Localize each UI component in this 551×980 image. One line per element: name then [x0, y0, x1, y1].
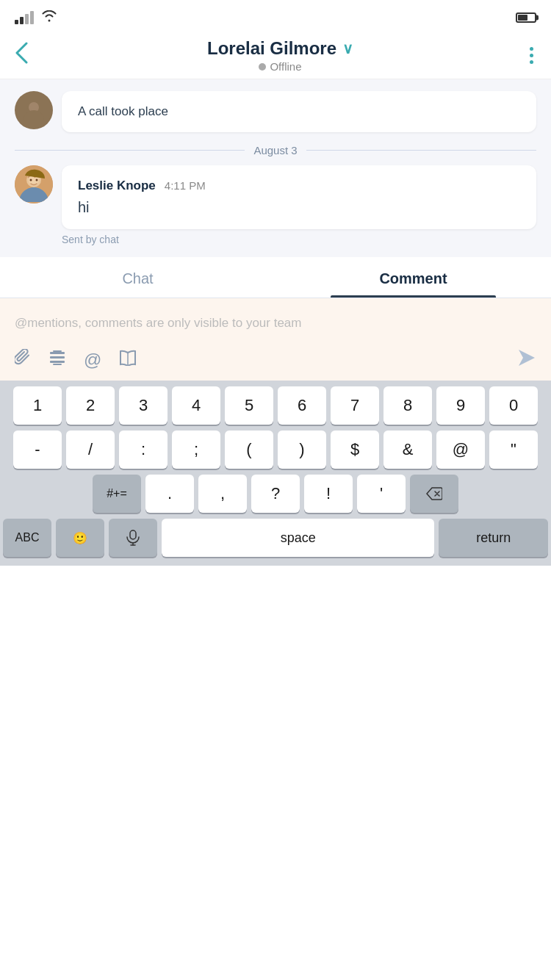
- sent-by-label: Sent by chat: [15, 234, 536, 245]
- svg-rect-6: [50, 352, 65, 354]
- kb-key-semicolon[interactable]: ;: [172, 430, 220, 469]
- dot-menu-1: [530, 47, 533, 51]
- kb-key-question[interactable]: ?: [251, 475, 300, 513]
- kb-key-backspace[interactable]: [410, 475, 458, 513]
- svg-rect-10: [53, 364, 62, 365]
- avatar: [15, 91, 53, 129]
- tab-comment-label: Comment: [379, 270, 447, 287]
- compose-input[interactable]: @mentions, comments are only visible to …: [15, 310, 536, 339]
- signal-bar-3: [25, 14, 29, 24]
- header-title[interactable]: Lorelai Gilmore ∨: [34, 38, 527, 59]
- sender-name: Leslie Knope: [78, 179, 156, 193]
- more-button[interactable]: [527, 44, 536, 67]
- kb-key-exclaim[interactable]: !: [304, 475, 353, 513]
- send-button[interactable]: [517, 348, 536, 372]
- tab-comment[interactable]: Comment: [276, 257, 551, 298]
- date-label: August 3: [253, 144, 297, 156]
- dot-menu-2: [530, 54, 533, 57]
- message-row: Leslie Knope 4:11 PM hi: [15, 165, 536, 229]
- battery-fill: [518, 15, 527, 21]
- header-status: Offline: [34, 60, 527, 73]
- header-center: Lorelai Gilmore ∨ Offline: [34, 38, 527, 73]
- kb-key-apostrophe[interactable]: ': [357, 475, 406, 513]
- tool-icons: @: [15, 349, 137, 371]
- compose-toolbar: @: [15, 348, 536, 372]
- status-label: Offline: [270, 60, 301, 73]
- kb-key-abc[interactable]: ABC: [3, 519, 51, 557]
- keyboard: 1 2 3 4 5 6 7 8 9 0 - / : ; ( ) $ & @ " …: [0, 381, 551, 566]
- contact-name: Lorelai Gilmore: [207, 38, 336, 59]
- message-text: hi: [78, 199, 520, 216]
- signal-bar-2: [20, 17, 24, 24]
- date-line-right: [306, 150, 536, 151]
- status-left: [15, 10, 57, 26]
- call-text: A call took place: [78, 104, 168, 118]
- kb-key-closeparen[interactable]: ): [278, 430, 326, 469]
- kb-key-1[interactable]: 1: [13, 386, 62, 425]
- attach-icon[interactable]: [15, 349, 31, 371]
- kb-key-dollar[interactable]: $: [331, 430, 379, 469]
- svg-rect-8: [50, 361, 65, 363]
- dot-menu-3: [530, 60, 533, 64]
- kb-key-dash[interactable]: -: [13, 430, 62, 469]
- kb-key-6[interactable]: 6: [278, 386, 326, 425]
- chat-area: A call took place August 3: [0, 79, 551, 257]
- kb-key-7[interactable]: 7: [331, 386, 379, 425]
- message-content: Leslie Knope 4:11 PM hi: [78, 179, 520, 216]
- kb-key-colon[interactable]: :: [119, 430, 168, 469]
- kb-key-5[interactable]: 5: [225, 386, 273, 425]
- signal-bar-4: [30, 11, 34, 24]
- tabs-container: Chat Comment: [0, 257, 551, 298]
- kb-key-ampersand[interactable]: &: [383, 430, 432, 469]
- status-bar: [0, 0, 551, 32]
- date-divider: August 3: [15, 144, 536, 156]
- kb-key-mic[interactable]: [109, 519, 157, 557]
- kb-row-special: #+= . , ? ! ': [3, 475, 548, 513]
- kb-key-openparen[interactable]: (: [225, 430, 273, 469]
- svg-point-5: [36, 179, 38, 181]
- kb-key-3[interactable]: 3: [119, 386, 168, 425]
- chevron-down-icon: ∨: [342, 40, 353, 57]
- kb-key-2[interactable]: 2: [66, 386, 115, 425]
- kb-key-8[interactable]: 8: [383, 386, 432, 425]
- kb-key-9[interactable]: 9: [436, 386, 485, 425]
- svg-rect-9: [53, 350, 62, 352]
- kb-row-symbols: - / : ; ( ) $ & @ ": [3, 430, 548, 469]
- back-button[interactable]: [15, 39, 34, 72]
- kb-key-numpad[interactable]: #+=: [93, 475, 141, 513]
- kb-key-period[interactable]: .: [145, 475, 194, 513]
- kb-key-return[interactable]: return: [439, 519, 548, 557]
- signal-bar-1: [15, 20, 18, 24]
- signal-bars: [15, 11, 34, 24]
- compose-placeholder: @mentions, comments are only visible to …: [15, 316, 301, 330]
- list-icon[interactable]: [48, 349, 66, 371]
- svg-rect-7: [50, 356, 65, 359]
- sender-line: Leslie Knope 4:11 PM: [78, 179, 520, 193]
- date-line-left: [15, 150, 245, 151]
- kb-key-at[interactable]: @: [436, 430, 485, 469]
- battery-icon: [516, 12, 536, 23]
- message-bubble: Leslie Knope 4:11 PM hi: [62, 165, 536, 229]
- call-message: A call took place: [15, 91, 536, 132]
- kb-key-emoji[interactable]: 🙂: [56, 519, 104, 557]
- mention-icon[interactable]: @: [84, 350, 101, 370]
- svg-point-4: [30, 179, 32, 181]
- compose-area: @mentions, comments are only visible to …: [0, 298, 551, 381]
- leslie-avatar: [15, 165, 53, 203]
- book-icon[interactable]: [119, 350, 137, 370]
- kb-row-numbers: 1 2 3 4 5 6 7 8 9 0: [3, 386, 548, 425]
- wifi-icon: [41, 10, 57, 26]
- message-time: 4:11 PM: [165, 179, 206, 192]
- tab-chat[interactable]: Chat: [0, 257, 276, 298]
- kb-key-comma[interactable]: ,: [198, 475, 247, 513]
- kb-key-0[interactable]: 0: [489, 386, 538, 425]
- call-bubble: A call took place: [62, 91, 536, 132]
- svg-rect-11: [130, 530, 136, 539]
- chat-header: Lorelai Gilmore ∨ Offline: [0, 32, 551, 79]
- tab-chat-label: Chat: [122, 270, 153, 287]
- kb-key-4[interactable]: 4: [172, 386, 220, 425]
- kb-key-slash[interactable]: /: [66, 430, 115, 469]
- kb-key-space[interactable]: space: [162, 519, 434, 557]
- kb-key-quote[interactable]: ": [489, 430, 538, 469]
- kb-row-bottom: ABC 🙂 space return: [3, 519, 548, 557]
